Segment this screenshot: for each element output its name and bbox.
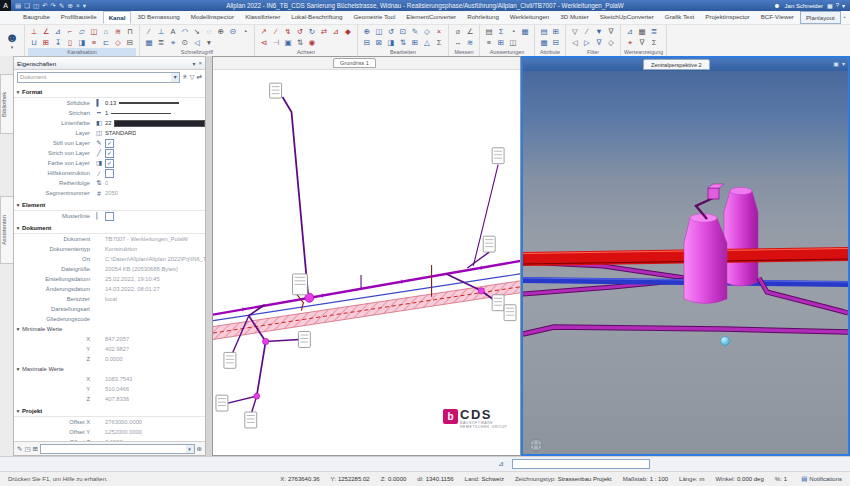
tool-icon[interactable]: ◔ bbox=[507, 26, 519, 37]
tool-icon[interactable]: ▾ bbox=[203, 37, 215, 48]
tool-icon[interactable]: ⊓ bbox=[124, 26, 136, 37]
property-value[interactable]: 0.13 bbox=[105, 100, 179, 106]
tool-icon[interactable]: ⊕ bbox=[215, 26, 227, 37]
tool-icon[interactable]: ⊞ bbox=[409, 37, 421, 48]
property-row[interactable]: Z407.8336 bbox=[14, 394, 205, 404]
tool-icon[interactable]: ▯ bbox=[64, 37, 76, 48]
property-value[interactable]: 22 bbox=[105, 120, 205, 127]
tool-icon[interactable]: ⊞ bbox=[550, 26, 562, 37]
tool-icon[interactable]: ◠ bbox=[179, 26, 191, 37]
tool-icon[interactable]: ⌖ bbox=[624, 37, 636, 48]
tool-icon[interactable]: ⊞ bbox=[495, 37, 507, 48]
tool-icon[interactable]: ∠ bbox=[40, 26, 52, 37]
tool-icon[interactable]: ▷ bbox=[581, 37, 593, 48]
tool-icon[interactable]: ↗ bbox=[258, 26, 270, 37]
tool-icon[interactable]: ∇ bbox=[593, 37, 605, 48]
tool-icon[interactable]: ⊿ bbox=[330, 26, 342, 37]
tool-icon[interactable]: ↺ bbox=[385, 26, 397, 37]
checkbox[interactable] bbox=[105, 212, 114, 221]
tool-icon[interactable]: ◉ bbox=[306, 37, 318, 48]
tool-icon[interactable]: ⊣ bbox=[270, 37, 282, 48]
ribbon-tab-3d-muster[interactable]: 3D Muster bbox=[555, 11, 594, 24]
ribbon-tab-projektinspector[interactable]: Projektinspector bbox=[700, 11, 754, 24]
tool-icon[interactable]: × bbox=[433, 26, 445, 37]
property-row[interactable]: Darstellungsart bbox=[14, 304, 205, 314]
ribbon-tab-grafik-text[interactable]: Grafik Text bbox=[660, 11, 699, 24]
plan-drawing-canvas[interactable] bbox=[213, 70, 520, 456]
quick-access-icon[interactable]: ✎ bbox=[59, 0, 64, 11]
tool-icon[interactable]: ▤ bbox=[538, 26, 550, 37]
tool-icon[interactable]: ⇄ bbox=[318, 26, 330, 37]
quick-access-icon[interactable]: ⊕ bbox=[68, 0, 73, 11]
ribbon-tab-bcf-viewer[interactable]: BCF-Viewer bbox=[756, 11, 799, 24]
property-row[interactable]: Farbe von Layer◨✓ bbox=[14, 158, 205, 168]
ribbon-tab-elementconverter[interactable]: ElementConverter bbox=[401, 11, 461, 24]
ribbon-tab-planlayout[interactable]: Planlayout bbox=[800, 11, 841, 24]
section-header-dokument[interactable]: ▼Dokument bbox=[14, 222, 205, 234]
ribbon-tab-lokal-beschriftung[interactable]: Lokal-Beschriftung bbox=[286, 11, 347, 24]
tool-icon[interactable]: Σ bbox=[495, 26, 507, 37]
property-row[interactable]: X1083.7543 bbox=[14, 374, 205, 384]
tool-icon[interactable]: ⊟ bbox=[361, 37, 373, 48]
tool-icon[interactable]: ↺ bbox=[294, 26, 306, 37]
checkbox[interactable]: ✓ bbox=[105, 139, 114, 148]
property-row[interactable]: DokumententypKonstruktion bbox=[14, 244, 205, 254]
tool-icon[interactable]: ∕ bbox=[270, 26, 282, 37]
tool-icon[interactable]: ⊡ bbox=[397, 26, 409, 37]
tool-icon[interactable]: ⌖ bbox=[167, 37, 179, 48]
tool-icon[interactable]: ⊞ bbox=[40, 37, 52, 48]
tool-icon[interactable]: △ bbox=[421, 37, 433, 48]
property-row[interactable]: ▼Maximale Werte bbox=[14, 364, 205, 374]
tool-icon[interactable]: ≡ bbox=[483, 37, 495, 48]
quick-access-icon[interactable]: ↶ bbox=[42, 0, 47, 11]
tool-icon[interactable]: ◁ bbox=[569, 37, 581, 48]
property-row[interactable]: Segmentnummer#2050 bbox=[14, 188, 205, 198]
property-value[interactable]: 1 bbox=[105, 110, 171, 116]
tool-icon[interactable]: ⊥ bbox=[155, 26, 167, 37]
tool-icon[interactable]: ↧ bbox=[52, 37, 64, 48]
perspective-canvas[interactable] bbox=[523, 71, 848, 454]
property-row[interactable]: Stift von Layer✎✓ bbox=[14, 138, 205, 148]
tool-icon[interactable]: ∕ bbox=[581, 26, 593, 37]
property-row[interactable]: Reihenfolge⇅0 bbox=[14, 178, 205, 188]
tool-icon[interactable]: ⇅ bbox=[294, 37, 306, 48]
favorite-combo[interactable]: ▾ bbox=[40, 444, 194, 454]
tool-icon[interactable]: ⊟ bbox=[550, 37, 562, 48]
tool-icon[interactable]: ◫ bbox=[507, 37, 519, 48]
ribbon-tab-sketchupconverter[interactable]: SketchUpConverter bbox=[595, 11, 659, 24]
notifications-button[interactable]: ▤ Notifications bbox=[801, 475, 842, 483]
tool-icon[interactable]: ⌀ bbox=[452, 26, 464, 37]
dialog-line-input[interactable] bbox=[512, 459, 650, 469]
property-filter-combo[interactable]: Dokument ▾ bbox=[17, 72, 180, 83]
swap-icon[interactable]: ⇄ bbox=[197, 73, 202, 81]
ribbon-tab-kanal[interactable]: Kanal bbox=[103, 11, 132, 24]
quick-access-icon[interactable]: ◫ bbox=[33, 0, 39, 11]
tool-icon[interactable]: ≣ bbox=[648, 26, 660, 37]
color-swatch[interactable] bbox=[114, 120, 205, 127]
tool-icon[interactable]: ∇ bbox=[605, 26, 617, 37]
tool-icon[interactable]: ⊟ bbox=[124, 37, 136, 48]
tool-icon[interactable]: ◌ bbox=[203, 26, 215, 37]
tool-icon[interactable]: ✎ bbox=[409, 26, 421, 37]
property-value[interactable] bbox=[105, 212, 114, 221]
tool-icon[interactable]: ▦ bbox=[519, 26, 531, 37]
tool-icon[interactable]: ◆ bbox=[342, 26, 354, 37]
property-row[interactable]: Hilfskonstruktion∕ bbox=[14, 168, 205, 178]
checkbox[interactable]: ✓ bbox=[105, 159, 114, 168]
tool-icon[interactable]: ▦ bbox=[538, 37, 550, 48]
tool-icon[interactable]: ◔ bbox=[239, 26, 251, 37]
property-row[interactable]: Gliederungscode bbox=[14, 314, 205, 324]
tool-icon[interactable]: ↻ bbox=[306, 26, 318, 37]
tool-icon[interactable]: ⇅ bbox=[397, 37, 409, 48]
tool-icon[interactable]: ◨ bbox=[385, 37, 397, 48]
tool-icon[interactable]: ▽ bbox=[569, 26, 581, 37]
ribbon-tab-modellinspector[interactable]: Modellinspector bbox=[186, 11, 239, 24]
tool-icon[interactable]: ◫ bbox=[373, 26, 385, 37]
ribbon-tab-3d-bemassung[interactable]: 3D Bemassung bbox=[132, 11, 184, 24]
tool-icon[interactable]: ⊿ bbox=[52, 26, 64, 37]
property-row[interactable]: Z0.0000 bbox=[14, 354, 205, 364]
property-row[interactable]: Linienfarbe◧22 bbox=[14, 118, 205, 128]
property-row[interactable]: Offset Y1252000.0000 bbox=[14, 427, 205, 437]
filter-icon[interactable]: ▽ bbox=[190, 73, 195, 81]
tool-icon[interactable]: ∠ bbox=[464, 26, 476, 37]
